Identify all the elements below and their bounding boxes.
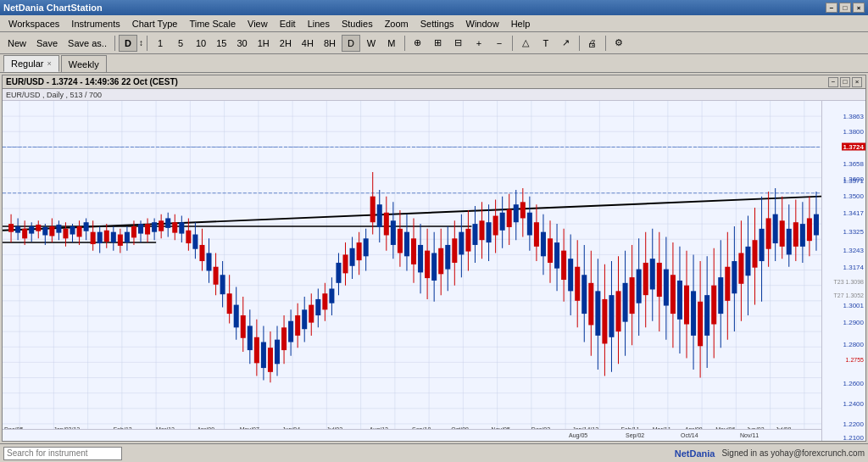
price-label-18: 1.2200 [843, 420, 864, 427]
svg-rect-196 [500, 213, 505, 231]
svg-rect-150 [342, 254, 348, 273]
separator-3 [404, 36, 405, 51]
grid-button[interactable]: ⊞ [429, 35, 448, 52]
tf-10-button[interactable]: 10 [192, 35, 210, 52]
menu-edit[interactable]: Edit [275, 17, 301, 31]
menu-window[interactable]: Window [461, 17, 504, 31]
chart-min-button[interactable]: − [828, 77, 838, 87]
settings-button[interactable]: ⚙ [609, 35, 628, 52]
timeframe-d-button[interactable]: D [119, 35, 137, 52]
svg-rect-66 [56, 225, 61, 233]
close-button[interactable]: × [853, 3, 865, 13]
chart-max-button[interactable]: □ [840, 77, 850, 87]
svg-rect-90 [138, 224, 143, 233]
menu-help[interactable]: Help [506, 17, 536, 31]
menu-settings[interactable]: Settings [415, 17, 459, 31]
candlestick-icon: ↕ [139, 38, 143, 47]
chart-title: EUR/USD - 1.3724 - 14:49:36 22 Oct (CEST… [6, 77, 178, 86]
tf-5-button[interactable]: 5 [171, 35, 190, 52]
chart-sub-header: EUR/USD , Daily , 513 / 700 [3, 89, 865, 101]
svg-rect-112 [214, 267, 219, 285]
tf-8h-button[interactable]: 8H [320, 35, 340, 52]
svg-rect-188 [472, 224, 477, 245]
menu-studies[interactable]: Studies [337, 17, 378, 31]
svg-rect-254 [698, 302, 703, 347]
svg-rect-232 [623, 283, 628, 322]
svg-rect-162 [384, 213, 389, 236]
svg-rect-132 [281, 327, 287, 350]
new-button[interactable]: New [3, 35, 31, 52]
svg-rect-156 [364, 238, 369, 256]
t23-label: T23 1.3098 [834, 278, 864, 284]
minimize-button[interactable]: − [826, 3, 837, 13]
svg-rect-70 [70, 226, 75, 235]
svg-rect-280 [787, 229, 792, 255]
tab-regular[interactable]: Regular × [3, 55, 59, 72]
restore-button[interactable]: □ [839, 3, 851, 13]
toolbar: New Save Save as.. D ↕ 1 5 10 15 30 1H 2… [0, 32, 868, 54]
crosshair-button[interactable]: ⊕ [409, 35, 427, 52]
tf-d-button[interactable]: D [342, 35, 360, 52]
text-button[interactable]: T [537, 35, 555, 52]
svg-rect-248 [677, 281, 682, 320]
svg-rect-250 [684, 286, 689, 325]
tf-2h-button[interactable]: 2H [275, 35, 296, 52]
menu-lines[interactable]: Lines [303, 17, 335, 31]
x-label-sep02: Sep/02 [626, 432, 644, 438]
svg-rect-126 [261, 342, 266, 369]
tf-1-button[interactable]: 1 [151, 35, 170, 52]
x-label-aug05: Aug/05 [569, 432, 587, 438]
svg-rect-286 [807, 218, 812, 241]
tab-weekly-label: Weekly [69, 59, 99, 70]
price-label-8: 1.3417 [843, 209, 864, 217]
svg-rect-164 [391, 220, 396, 245]
search-input[interactable] [3, 447, 122, 460]
print-button[interactable]: 🖨 [583, 35, 602, 52]
menu-zoom[interactable]: Zoom [380, 17, 414, 31]
title-bar-buttons[interactable]: − □ × [826, 3, 865, 13]
status-right: NetDania Signed in as yohay@forexcrunch.… [675, 448, 865, 459]
zoom-in-button[interactable]: + [470, 35, 488, 52]
svg-rect-58 [29, 226, 34, 234]
chart-y-axis: 1.3863 1.3800 1.3711 1.3724 1.3658 1.360… [821, 101, 865, 441]
tf-4h-button[interactable]: 4H [298, 35, 318, 52]
svg-rect-68 [63, 229, 68, 238]
title-bar: NetDania ChartStation − □ × [0, 0, 868, 15]
zoom-out-button[interactable]: − [490, 35, 509, 52]
draw-button[interactable]: △ [516, 35, 535, 52]
svg-rect-52 [8, 224, 14, 232]
tab-regular-close[interactable]: × [47, 59, 52, 68]
svg-rect-224 [595, 291, 600, 336]
svg-rect-202 [520, 202, 526, 218]
svg-rect-208 [541, 232, 546, 257]
chart-close-button[interactable]: × [852, 77, 862, 87]
svg-rect-214 [561, 251, 566, 280]
svg-rect-176 [431, 253, 437, 280]
tf-w-button[interactable]: W [362, 35, 381, 52]
menu-chart-type[interactable]: Chart Type [127, 17, 183, 31]
menu-view[interactable]: View [242, 17, 273, 31]
svg-rect-178 [438, 248, 443, 275]
menu-workspaces[interactable]: Workspaces [3, 17, 64, 31]
tf-30-button[interactable]: 30 [232, 35, 251, 52]
tab-weekly[interactable]: Weekly [61, 55, 107, 72]
menu-instruments[interactable]: Instruments [66, 17, 125, 31]
chart-body[interactable]: 07 21 05 19 02 16 30 13 27 12 09 23 07 2… [3, 101, 821, 441]
save-button[interactable]: Save [32, 35, 62, 52]
grid2-button[interactable]: ⊟ [449, 35, 468, 52]
menu-time-scale[interactable]: Time Scale [184, 17, 241, 31]
svg-rect-226 [602, 299, 607, 344]
svg-rect-256 [704, 295, 709, 336]
save-as-button[interactable]: Save as.. [64, 35, 111, 52]
arrow-button[interactable]: ↗ [557, 35, 576, 52]
tf-1h-button[interactable]: 1H [253, 35, 274, 52]
svg-rect-92 [145, 224, 150, 234]
tf-15-button[interactable]: 15 [212, 35, 231, 52]
svg-rect-192 [487, 222, 492, 242]
tf-m-button[interactable]: M [382, 35, 401, 52]
svg-rect-220 [581, 275, 587, 314]
svg-rect-142 [315, 299, 320, 315]
svg-rect-120 [241, 315, 246, 338]
chart-header-buttons[interactable]: − □ × [828, 77, 862, 87]
svg-rect-80 [104, 231, 109, 242]
